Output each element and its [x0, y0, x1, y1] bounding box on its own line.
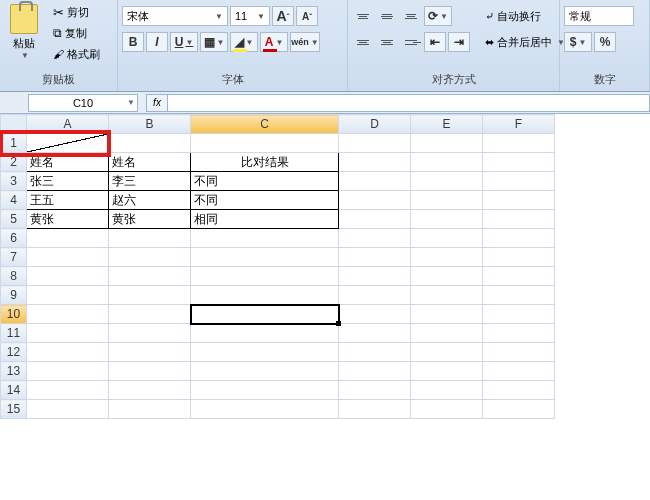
cell-B5[interactable]: 黄张 [109, 210, 191, 229]
cell-B8[interactable] [109, 267, 191, 286]
cell-B1[interactable] [109, 134, 191, 153]
align-left-button[interactable] [352, 33, 374, 51]
cell-E10[interactable] [411, 305, 483, 324]
cell-E13[interactable] [411, 362, 483, 381]
orientation-button[interactable]: ⟳▼ [424, 6, 452, 26]
cell-E1[interactable] [411, 134, 483, 153]
align-bottom-button[interactable] [400, 7, 422, 25]
cell-A12[interactable] [27, 343, 109, 362]
cell-B6[interactable] [109, 229, 191, 248]
cell-B4[interactable]: 赵六 [109, 191, 191, 210]
cell-D12[interactable] [339, 343, 411, 362]
cell-C12[interactable] [191, 343, 339, 362]
row-header-2[interactable]: 2 [1, 153, 27, 172]
cell-A14[interactable] [27, 381, 109, 400]
cell-D4[interactable] [339, 191, 411, 210]
cell-C7[interactable] [191, 248, 339, 267]
cell-E9[interactable] [411, 286, 483, 305]
cell-D7[interactable] [339, 248, 411, 267]
cell-C8[interactable] [191, 267, 339, 286]
cell-F10[interactable] [483, 305, 555, 324]
increase-font-button[interactable]: Aˆ [272, 6, 294, 26]
cell-E2[interactable] [411, 153, 483, 172]
row-header-1[interactable]: 1 [1, 134, 27, 153]
cell-C2[interactable]: 比对结果 [191, 153, 339, 172]
font-name-select[interactable]: 宋体 ▼ [122, 6, 228, 26]
cell-C13[interactable] [191, 362, 339, 381]
cell-A4[interactable]: 王五 [27, 191, 109, 210]
row-header-3[interactable]: 3 [1, 172, 27, 191]
underline-button[interactable]: U▼ [170, 32, 198, 52]
align-right-button[interactable] [400, 33, 422, 51]
accounting-format-button[interactable]: $▼ [564, 32, 592, 52]
cell-F14[interactable] [483, 381, 555, 400]
cell-D1[interactable] [339, 134, 411, 153]
cell-A7[interactable] [27, 248, 109, 267]
format-painter-button[interactable]: 格式刷 [48, 44, 105, 64]
cell-D14[interactable] [339, 381, 411, 400]
copy-button[interactable]: 复制 [48, 23, 105, 43]
row-header-5[interactable]: 5 [1, 210, 27, 229]
cell-F15[interactable] [483, 400, 555, 419]
row-header-9[interactable]: 9 [1, 286, 27, 305]
cell-C10[interactable] [191, 305, 339, 324]
column-header-F[interactable]: F [483, 115, 555, 134]
cell-F9[interactable] [483, 286, 555, 305]
cell-E5[interactable] [411, 210, 483, 229]
column-header-D[interactable]: D [339, 115, 411, 134]
cell-A2[interactable]: 姓名 [27, 153, 109, 172]
cell-B10[interactable] [109, 305, 191, 324]
cell-F7[interactable] [483, 248, 555, 267]
column-header-A[interactable]: A [27, 115, 109, 134]
cell-A9[interactable] [27, 286, 109, 305]
cell-E15[interactable] [411, 400, 483, 419]
row-header-10[interactable]: 10 [1, 305, 27, 324]
cell-A13[interactable] [27, 362, 109, 381]
cell-F12[interactable] [483, 343, 555, 362]
cell-E11[interactable] [411, 324, 483, 343]
paste-button[interactable]: 粘贴 ▼ [4, 2, 44, 62]
cell-C1[interactable] [191, 134, 339, 153]
cell-E7[interactable] [411, 248, 483, 267]
column-header-B[interactable]: B [109, 115, 191, 134]
row-header-13[interactable]: 13 [1, 362, 27, 381]
cell-B13[interactable] [109, 362, 191, 381]
font-size-select[interactable]: 11 ▼ [230, 6, 270, 26]
cell-F3[interactable] [483, 172, 555, 191]
cell-F11[interactable] [483, 324, 555, 343]
cell-B14[interactable] [109, 381, 191, 400]
cell-D2[interactable] [339, 153, 411, 172]
cell-D10[interactable] [339, 305, 411, 324]
cell-B11[interactable] [109, 324, 191, 343]
cell-A1[interactable] [27, 134, 109, 153]
cell-F6[interactable] [483, 229, 555, 248]
cell-D9[interactable] [339, 286, 411, 305]
column-header-C[interactable]: C [191, 115, 339, 134]
cell-E4[interactable] [411, 191, 483, 210]
cell-A11[interactable] [27, 324, 109, 343]
cell-D8[interactable] [339, 267, 411, 286]
cell-D3[interactable] [339, 172, 411, 191]
row-header-12[interactable]: 12 [1, 343, 27, 362]
cell-C14[interactable] [191, 381, 339, 400]
cell-C4[interactable]: 不同 [191, 191, 339, 210]
cell-D5[interactable] [339, 210, 411, 229]
cell-B9[interactable] [109, 286, 191, 305]
cell-F8[interactable] [483, 267, 555, 286]
cell-E8[interactable] [411, 267, 483, 286]
cell-F13[interactable] [483, 362, 555, 381]
fill-color-button[interactable]: ◢▼ [230, 32, 258, 52]
cell-B7[interactable] [109, 248, 191, 267]
cell-F2[interactable] [483, 153, 555, 172]
cut-button[interactable]: 剪切 [48, 2, 105, 22]
bold-button[interactable]: B [122, 32, 144, 52]
cell-D13[interactable] [339, 362, 411, 381]
decrease-indent-button[interactable]: ⇤ [424, 32, 446, 52]
cell-E12[interactable] [411, 343, 483, 362]
cell-C15[interactable] [191, 400, 339, 419]
column-header-E[interactable]: E [411, 115, 483, 134]
italic-button[interactable]: I [146, 32, 168, 52]
align-top-button[interactable] [352, 7, 374, 25]
borders-button[interactable]: ▦▼ [200, 32, 228, 52]
cell-A5[interactable]: 黄张 [27, 210, 109, 229]
